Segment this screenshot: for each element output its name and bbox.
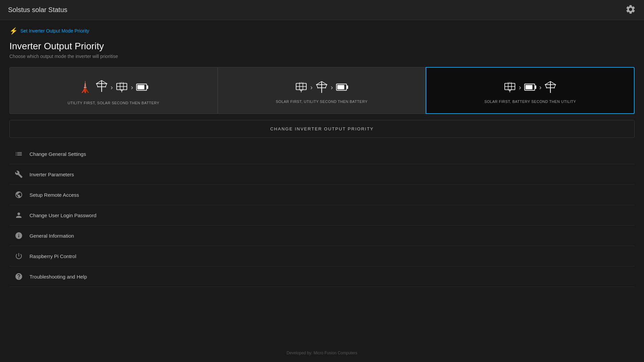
breadcrumb: ⚡ Set Inverter Output Mode Priority <box>9 27 635 35</box>
person-icon <box>15 211 23 219</box>
menu-label-general-info: General Information <box>30 233 74 239</box>
svg-point-41 <box>326 84 327 85</box>
card-solar-utility[interactable]: › › <box>218 67 426 114</box>
menu-item-general-info[interactable]: General Information <box>9 226 635 246</box>
card-utility-first[interactable]: 🗼 <box>9 67 218 114</box>
priority-cards-container: 🗼 <box>9 67 635 114</box>
menu-label-general-settings: Change General Settings <box>30 151 86 157</box>
svg-point-10 <box>97 86 98 87</box>
footer-text: Developed by: Micro Fusion Computers <box>287 351 358 355</box>
svg-point-66 <box>545 84 546 85</box>
svg-point-42 <box>317 87 318 88</box>
card-icons-utility-first: 🗼 <box>78 80 149 95</box>
svg-line-63 <box>550 81 555 85</box>
card-label-solar-utility: SOLAR FIRST, UTILITY SECOND THEN BATTERY <box>276 100 367 104</box>
svg-line-36 <box>317 81 322 85</box>
menu-item-change-password[interactable]: Change User Login Password <box>9 205 635 226</box>
svg-line-5 <box>102 80 107 83</box>
card-label-solar-battery: SOLAR FIRST, BATTERY SECOND THEN UTILITY <box>484 100 576 104</box>
svg-rect-58 <box>525 85 532 89</box>
svg-point-11 <box>105 86 106 87</box>
globe-icon <box>15 191 23 199</box>
menu-list: Change General Settings Inverter Paramet… <box>9 144 635 287</box>
info-icon <box>15 232 23 240</box>
power-icon <box>15 252 23 260</box>
list-icon <box>15 150 23 158</box>
svg-rect-46 <box>337 85 344 89</box>
app-title: Solstus solar Status <box>8 6 67 14</box>
svg-line-62 <box>545 81 550 85</box>
page-title: Inverter Output Priority <box>9 41 635 52</box>
svg-rect-57 <box>535 85 536 89</box>
svg-point-67 <box>555 84 556 85</box>
svg-point-8 <box>96 83 97 84</box>
breadcrumb-text[interactable]: Set Inverter Output Mode Priority <box>20 28 89 34</box>
menu-item-raspberry-pi[interactable]: Raspberry Pi Control <box>9 246 635 266</box>
app-header: Solstus solar Status <box>0 0 644 20</box>
menu-item-troubleshooting[interactable]: Troubleshooting and Help <box>9 266 635 287</box>
svg-line-32 <box>303 82 303 83</box>
menu-label-raspberry-pi: Raspberry Pi Control <box>30 253 76 259</box>
svg-line-18 <box>120 82 121 83</box>
svg-text:🗼: 🗼 <box>78 81 92 94</box>
svg-line-65 <box>554 84 556 88</box>
svg-point-69 <box>554 87 555 88</box>
svg-point-68 <box>546 87 547 88</box>
svg-line-37 <box>322 81 327 85</box>
svg-point-40 <box>316 84 317 85</box>
svg-point-43 <box>325 87 326 88</box>
svg-line-30 <box>300 82 300 83</box>
page-subtitle: Choose which output mode the inverter wi… <box>9 54 635 59</box>
menu-label-remote-access: Setup Remote Access <box>30 192 79 198</box>
svg-rect-22 <box>147 85 148 89</box>
footer: Developed by: Micro Fusion Computers <box>0 351 644 355</box>
svg-line-7 <box>105 83 107 87</box>
card-solar-battery[interactable]: › › <box>426 67 635 114</box>
svg-line-6 <box>96 83 98 87</box>
main-content: ⚡ Set Inverter Output Mode Priority Inve… <box>0 20 644 294</box>
menu-item-remote-access[interactable]: Setup Remote Access <box>9 185 635 205</box>
svg-line-4 <box>96 80 101 83</box>
settings-button[interactable] <box>625 4 636 16</box>
svg-point-9 <box>106 83 107 84</box>
change-priority-button[interactable]: CHANGE INVERTER OUTPUT PRIORITY <box>9 120 635 138</box>
card-icons-solar-utility: › › <box>295 81 348 94</box>
svg-line-64 <box>545 84 547 88</box>
menu-label-inverter-params: Inverter Parameters <box>30 172 74 177</box>
svg-line-38 <box>317 84 318 88</box>
svg-line-39 <box>325 84 327 88</box>
card-label-utility-first: UTILITY FIRST, SOLAR SECOND THEN BATTERY <box>68 101 159 105</box>
question-icon <box>15 273 23 281</box>
svg-rect-45 <box>346 85 348 89</box>
card-icons-solar-battery: › › <box>503 81 557 94</box>
menu-label-troubleshooting: Troubleshooting and Help <box>30 274 87 280</box>
bolt-icon: ⚡ <box>9 27 18 35</box>
menu-label-change-password: Change User Login Password <box>30 213 96 218</box>
svg-line-53 <box>508 82 508 83</box>
svg-rect-23 <box>138 85 145 89</box>
menu-item-general-settings[interactable]: Change General Settings <box>9 144 635 164</box>
svg-line-55 <box>511 82 512 83</box>
menu-item-inverter-params[interactable]: Inverter Parameters <box>9 164 635 185</box>
wrench-icon <box>15 170 23 178</box>
svg-line-20 <box>123 82 124 83</box>
